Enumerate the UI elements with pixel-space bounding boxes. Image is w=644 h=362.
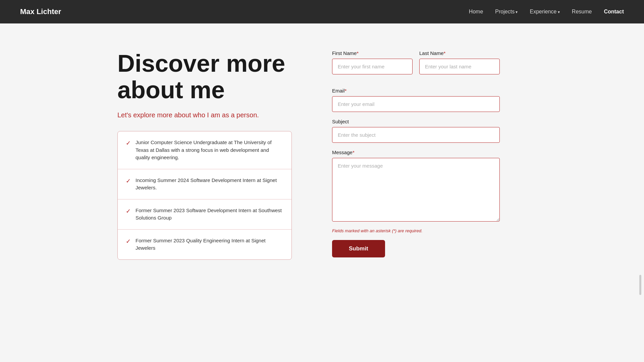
email-group: Email* — [332, 88, 500, 112]
info-text-2: Incoming Summer 2024 Software Developmen… — [136, 177, 283, 192]
subject-group: Subject — [332, 119, 500, 143]
checkmark-icon: ✓ — [126, 139, 131, 147]
scrollbar-indicator — [639, 275, 641, 295]
info-card: ✓ Junior Computer Science Undergraduate … — [117, 131, 292, 260]
navbar: Max Lichter Home Projects Experience Res… — [0, 0, 644, 23]
message-required-star: * — [353, 149, 355, 155]
list-item: ✓ Junior Computer Science Undergraduate … — [118, 131, 291, 169]
last-name-label: Last Name* — [419, 50, 500, 56]
email-input[interactable] — [332, 96, 500, 112]
email-label: Email* — [332, 88, 500, 94]
nav-item-contact[interactable]: Contact — [604, 9, 624, 15]
nav-item-resume[interactable]: Resume — [572, 9, 592, 15]
nav-item-projects[interactable]: Projects — [495, 9, 518, 15]
main-container: Discover more about me Let's explore mor… — [104, 23, 540, 280]
checkmark-icon: ✓ — [126, 207, 131, 215]
last-name-required-star: * — [444, 50, 446, 56]
nav-link-home[interactable]: Home — [469, 9, 483, 14]
list-item: ✓ Former Summer 2023 Software Developmen… — [118, 199, 291, 230]
name-row: First Name* Last Name* — [332, 50, 500, 81]
checkmark-icon: ✓ — [126, 238, 131, 245]
nav-brand[interactable]: Max Lichter — [20, 7, 61, 16]
left-section: Discover more about me Let's explore mor… — [117, 50, 292, 260]
checkmark-icon: ✓ — [126, 177, 131, 185]
nav-item-home[interactable]: Home — [469, 9, 483, 15]
info-text-3: Former Summer 2023 Software Development … — [136, 207, 283, 222]
nav-link-projects[interactable]: Projects — [495, 9, 518, 14]
page-title: Discover more about me — [117, 50, 292, 103]
last-name-group: Last Name* — [419, 50, 500, 74]
message-label: Message* — [332, 149, 500, 155]
contact-form-section: First Name* Last Name* Email* Subject — [332, 50, 500, 257]
last-name-input[interactable] — [419, 59, 500, 74]
first-name-group: First Name* — [332, 50, 413, 74]
first-name-required-star: * — [357, 50, 359, 56]
nav-link-contact[interactable]: Contact — [604, 9, 624, 14]
list-item: ✓ Former Summer 2023 Quality Engineering… — [118, 230, 291, 259]
nav-item-experience[interactable]: Experience — [530, 9, 559, 15]
nav-link-resume[interactable]: Resume — [572, 9, 592, 14]
message-textarea[interactable] — [332, 158, 500, 222]
email-required-star: * — [345, 88, 347, 94]
page-subtitle: Let's explore more about who I am as a p… — [117, 111, 292, 119]
required-note: Fields marked with an asterisk (*) are r… — [332, 228, 500, 233]
list-item: ✓ Incoming Summer 2024 Software Developm… — [118, 169, 291, 199]
info-text-1: Junior Computer Science Undergraduate at… — [136, 139, 283, 162]
info-text-4: Former Summer 2023 Quality Engineering I… — [136, 237, 283, 252]
nav-link-experience[interactable]: Experience — [530, 9, 559, 14]
nav-links: Home Projects Experience Resume Contact — [469, 9, 624, 15]
subject-input[interactable] — [332, 127, 500, 143]
first-name-label: First Name* — [332, 50, 413, 56]
subject-label: Subject — [332, 119, 500, 124]
first-name-input[interactable] — [332, 59, 413, 74]
message-group: Message* — [332, 149, 500, 222]
submit-button[interactable]: Submit — [332, 240, 385, 257]
